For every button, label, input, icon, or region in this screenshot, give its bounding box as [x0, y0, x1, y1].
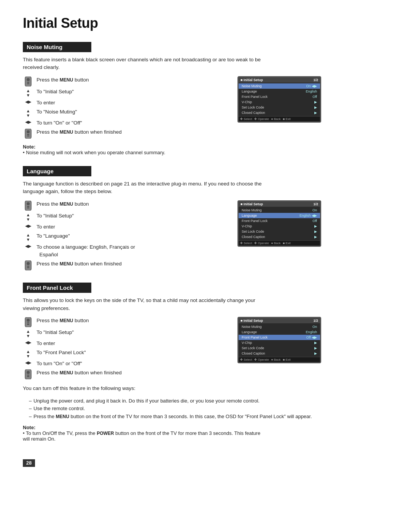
noise-muting-desc: This feature inserts a blank black scree…: [23, 56, 263, 72]
page-title: Initial Setup: [23, 15, 388, 31]
tv-screen-titlebar: ■ Initial Setup 1/2: [239, 201, 320, 207]
leftright-arrow-icon: ◀▶: [23, 340, 33, 345]
note-text: • Noise muting will not work when you op…: [23, 150, 165, 155]
leftright-arrow-icon: ◀▶: [23, 360, 33, 365]
tv-row: Front Panel LockOff: [239, 218, 320, 224]
remote-icon: [23, 369, 33, 379]
note-text: • To turn On/Off the TV, press the POWER…: [23, 430, 260, 442]
leftright-arrow-icon: ◀▶: [23, 244, 33, 249]
step-row: ◀▶ To enter: [23, 340, 228, 347]
step-row: ▲▼ To "Front Panel Lock": [23, 349, 228, 358]
tv-screen-titlebar: ■ Initial Setup 1/2: [239, 318, 320, 323]
svg-rect-11: [27, 208, 29, 208]
language-steps-area: Press the MENU button ▲▼ To "Initial Set…: [23, 200, 388, 272]
updown-arrow-icon: ▲▼: [23, 109, 33, 118]
leftright-arrow-icon: ◀▶: [23, 224, 33, 228]
tv-row: Set Lock Code▶: [239, 105, 320, 110]
svg-rect-8: [25, 201, 31, 211]
svg-rect-0: [25, 77, 31, 86]
noise-muting-section: Noise Muting This feature inserts a blan…: [23, 42, 388, 155]
updown-arrow-icon: ▲▼: [23, 88, 33, 97]
tv-screen-body: Noise MutingOn LanguageEnglish ◀▶ Front …: [239, 207, 320, 240]
front-panel-lock-section: Front Panel Lock This allows you to lock…: [23, 283, 388, 442]
step-text: To "Initial Setup": [37, 329, 74, 336]
tv-row: Noise MutingOn ◀▶: [239, 83, 320, 89]
step-row: ◀▶ To turn "On" or "Off": [23, 360, 228, 367]
step-text: Press the MENU button when finished: [37, 128, 122, 136]
step-text: Press the MENU button when finished: [37, 260, 122, 268]
noise-muting-header: Noise Muting: [23, 42, 91, 52]
step-text: To enter: [37, 223, 55, 231]
remote-icon: [23, 317, 33, 327]
step-text: Press the MENU button: [37, 317, 89, 324]
step-row: ◀▶ To turn "On" or "Off": [23, 119, 228, 127]
tv-screen-body: Noise MutingOn ◀▶ LanguageEnglish Front …: [239, 83, 320, 116]
step-text: To "Language": [37, 232, 70, 240]
step-text: To enter: [37, 340, 55, 347]
noise-muting-steps: Press the MENU button ▲▼ To "Initial Set…: [23, 76, 228, 141]
tv-screen-body: Noise MutingOn LanguageEnglish Front Pan…: [239, 323, 320, 357]
tv-row: LanguageEnglish: [239, 329, 320, 335]
step-text: To "Noise Muting": [37, 108, 77, 116]
step-text: To "Initial Setup": [37, 88, 74, 96]
tv-row: LanguageEnglish: [239, 89, 320, 94]
tv-screen-footer: ✤ Select ✤ Operate ● Back ■ Exit: [239, 357, 320, 362]
step-text: Press the MENU button: [37, 200, 89, 208]
tv-screen-language: ■ Initial Setup 1/2 Noise MutingOn Langu…: [237, 200, 321, 247]
tv-row: Closed Caption▶: [239, 234, 320, 240]
step-row: Press the MENU button: [23, 76, 228, 86]
step-row: ▲▼ To "Noise Muting": [23, 108, 228, 118]
step-row: Press the MENU button: [23, 200, 228, 211]
tv-row: Noise MutingOn: [239, 324, 320, 329]
step-text: Press the MENU button: [37, 76, 89, 84]
remote-icon: [23, 201, 33, 211]
tv-row: Closed Caption▶: [239, 351, 320, 356]
tv-row: Closed Caption▶: [239, 110, 320, 115]
list-item: Press the MENU button on the front of th…: [29, 413, 333, 421]
svg-rect-4: [25, 129, 31, 139]
svg-rect-23: [27, 376, 29, 377]
noise-muting-steps-area: Press the MENU button ▲▼ To "Initial Set…: [23, 76, 388, 141]
svg-rect-15: [27, 267, 29, 268]
svg-rect-10: [27, 206, 29, 207]
tv-screen-noise-muting: ■ Initial Setup 1/2 Noise MutingOn ◀▶ La…: [237, 76, 321, 123]
can-turn-off-text: You can turn off this feature in the fol…: [23, 385, 263, 392]
tv-screen-titlebar: ■ Initial Setup 1/2: [239, 77, 320, 83]
tv-screen-footer: ✤ Select ✤ Operate ● Back ■ Exit: [239, 116, 320, 121]
language-section: Language The language function is descri…: [23, 166, 388, 272]
remote-icon: [23, 77, 33, 86]
tv-row: Front Panel LockOff ◀▶: [239, 335, 320, 340]
step-text: To turn "On" or "Off": [37, 360, 82, 367]
page-number-container: 28: [23, 452, 388, 467]
step-text: To "Front Panel Lock": [37, 349, 86, 356]
updown-arrow-icon: ▲▼: [23, 349, 33, 358]
tv-row: Noise MutingOn: [239, 208, 320, 213]
svg-point-17: [27, 319, 30, 322]
tv-row: V-Chip▶: [239, 224, 320, 229]
svg-rect-2: [27, 82, 29, 83]
front-panel-lock-note: Note: • To turn On/Off the TV, press the…: [23, 425, 263, 442]
updown-arrow-icon: ▲▼: [23, 329, 33, 338]
step-row: ▲▼ To "Initial Setup": [23, 329, 228, 338]
svg-rect-7: [27, 136, 29, 136]
tv-row: Set Lock Code▶: [239, 345, 320, 351]
svg-point-13: [27, 262, 30, 265]
noise-muting-note: Note: • Noise muting will not work when …: [23, 144, 263, 155]
step-row: Press the MENU button when finished: [23, 128, 228, 139]
step-row: Press the MENU button when finished: [23, 369, 228, 379]
remote-icon: [23, 260, 33, 270]
svg-rect-19: [27, 324, 29, 325]
svg-rect-16: [25, 317, 31, 327]
tv-row: V-Chip▶: [239, 340, 320, 345]
step-text: To turn "On" or "Off": [37, 119, 82, 127]
list-item: Use the remote control.: [29, 405, 333, 413]
svg-point-5: [27, 130, 30, 133]
front-panel-lock-steps: Press the MENU button ▲▼ To "Initial Set…: [23, 317, 228, 381]
step-row: ▲▼ To "Initial Setup": [23, 88, 228, 97]
remote-icon: [23, 129, 33, 139]
tv-screen-footer: ✤ Select ✤ Operate ● Back ■ Exit: [239, 240, 320, 246]
leftright-arrow-icon: ◀▶: [23, 99, 33, 104]
updown-arrow-icon: ▲▼: [23, 233, 33, 242]
tv-screen-front-panel-lock: ■ Initial Setup 1/2 Noise MutingOn Langu…: [237, 317, 321, 363]
leftright-arrow-icon: ◀▶: [23, 120, 33, 125]
